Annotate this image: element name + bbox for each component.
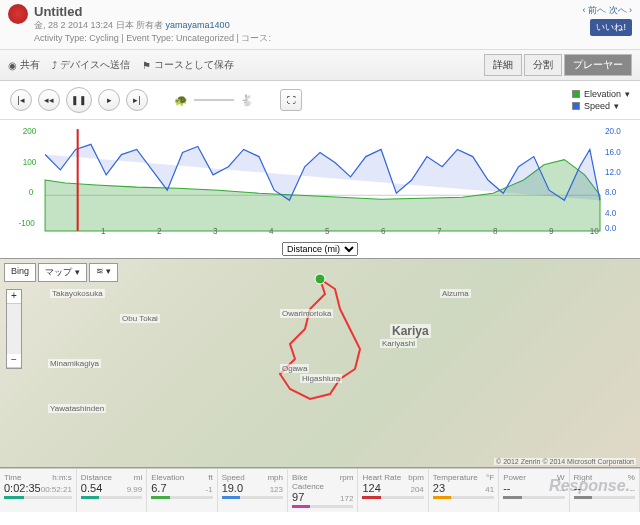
svg-text:0.0: 0.0: [605, 224, 617, 233]
pause-button[interactable]: ❚❚: [66, 87, 92, 113]
stat-bike-cadence: Bike Cadencerpm97172: [288, 469, 358, 512]
stat-temperature: Temperature°F2341: [429, 469, 499, 512]
stats-bar: Timeh:m:s0:02:3500:52:21Distancemi0.549.…: [0, 468, 640, 512]
elevation-speed-chart: 200 100 0 -100 20.0 16.0 12.0 8.0 4.0 0.…: [0, 120, 640, 240]
svg-text:4: 4: [269, 227, 274, 236]
svg-text:6: 6: [381, 227, 386, 236]
tab-details[interactable]: 詳細: [484, 54, 522, 76]
save-button[interactable]: ⚑ コースとして保存: [142, 58, 234, 72]
map-view[interactable]: Bing マップ ▾ ≋ ▾ + − Takayokosuka Obu Toka…: [0, 258, 640, 468]
header: Untitled 金, 28 2 2014 13:24 日本 所有者 yamay…: [0, 0, 640, 50]
turtle-icon: 🐢: [174, 94, 188, 107]
play-button[interactable]: ▸: [98, 89, 120, 111]
activity-badge-icon: [8, 4, 28, 24]
stat-heart-rate: Heart Ratebpm124204: [358, 469, 428, 512]
svg-text:100: 100: [23, 158, 37, 167]
skip-end-button[interactable]: ▸|: [126, 89, 148, 111]
legend-speed[interactable]: Speed ▾: [572, 101, 630, 111]
svg-text:200: 200: [23, 127, 37, 136]
svg-text:-100: -100: [19, 219, 36, 228]
svg-text:3: 3: [213, 227, 218, 236]
svg-point-21: [315, 274, 325, 284]
svg-text:9: 9: [549, 227, 554, 236]
owner-link[interactable]: yamayama1400: [166, 20, 230, 30]
rewind-button[interactable]: ◂◂: [38, 89, 60, 111]
svg-text:5: 5: [325, 227, 330, 236]
chart-svg: 200 100 0 -100 20.0 16.0 12.0 8.0 4.0 0.…: [10, 124, 630, 236]
next-link[interactable]: 次へ ›: [609, 5, 633, 15]
activity-type: Activity Type: Cycling | Event Type: Unc…: [34, 32, 582, 45]
tab-player[interactable]: プレーヤー: [564, 54, 632, 76]
map-copyright: © 2012 Zenrin © 2014 Microsoft Corporati…: [494, 458, 636, 465]
svg-text:12.0: 12.0: [605, 168, 621, 177]
city-kariya: Kariya: [390, 324, 431, 338]
tab-splits[interactable]: 分割: [524, 54, 562, 76]
expand-button[interactable]: ⛶: [280, 89, 302, 111]
stat-time: Timeh:m:s0:02:3500:52:21: [0, 469, 77, 512]
player-controls: |◂ ◂◂ ❚❚ ▸ ▸| 🐢 🐇 ⛶ Elevation ▾ Speed ▾: [0, 81, 640, 120]
x-axis-selector: Distance (mi): [0, 240, 640, 258]
svg-text:8.0: 8.0: [605, 188, 617, 197]
share-button[interactable]: ◉ 共有: [8, 58, 40, 72]
skip-start-button[interactable]: |◂: [10, 89, 32, 111]
rabbit-icon: 🐇: [240, 94, 254, 107]
svg-text:0: 0: [29, 188, 34, 197]
slider-track[interactable]: [194, 99, 234, 101]
stat-distance: Distancemi0.549.99: [77, 469, 147, 512]
send-button[interactable]: ⤴ デバイスへ送信: [52, 58, 130, 72]
svg-text:7: 7: [437, 227, 442, 236]
legend-elevation[interactable]: Elevation ▾: [572, 89, 630, 99]
stat-speed: Speedmph19.0123: [218, 469, 288, 512]
svg-text:2: 2: [157, 227, 162, 236]
svg-text:1: 1: [101, 227, 106, 236]
distance-unit-select[interactable]: Distance (mi): [282, 242, 358, 256]
svg-text:20.0: 20.0: [605, 127, 621, 136]
stat-elevation: Elevationft6.7-1: [147, 469, 217, 512]
watermark: Response.: [549, 477, 630, 495]
svg-text:8: 8: [493, 227, 498, 236]
page-title: Untitled: [34, 4, 582, 19]
like-button[interactable]: いいね!: [590, 19, 632, 36]
toolbar: ◉ 共有 ⤴ デバイスへ送信 ⚑ コースとして保存 詳細 分割 プレーヤー: [0, 50, 640, 81]
svg-text:10: 10: [590, 227, 600, 236]
svg-text:4.0: 4.0: [605, 209, 617, 218]
prev-link[interactable]: ‹ 前へ: [582, 5, 606, 15]
svg-text:16.0: 16.0: [605, 148, 621, 157]
activity-meta: 金, 28 2 2014 13:24 日本 所有者 yamayama1400: [34, 19, 582, 32]
